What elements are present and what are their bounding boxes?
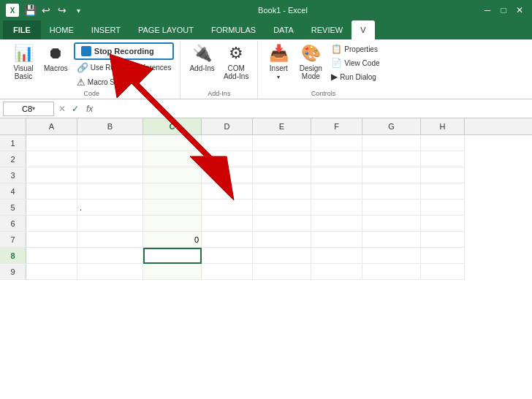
view-code-button[interactable]: 📄 View Code bbox=[328, 56, 382, 69]
cell-c2[interactable] bbox=[143, 151, 202, 167]
formula-cancel-button[interactable]: ✕ bbox=[57, 104, 67, 114]
cell-f2[interactable] bbox=[311, 151, 362, 167]
visual-basic-button[interactable]: 📊 VisualBasic bbox=[9, 42, 38, 82]
cell-a6[interactable] bbox=[26, 216, 77, 232]
cell-a8[interactable] bbox=[26, 248, 77, 264]
cell-a9[interactable] bbox=[26, 264, 77, 280]
cell-a7[interactable] bbox=[26, 232, 77, 248]
row-header-3[interactable]: 3 bbox=[0, 167, 26, 183]
tab-review[interactable]: REVIEW bbox=[303, 20, 352, 39]
cell-g7[interactable] bbox=[362, 232, 421, 248]
cell-g6[interactable] bbox=[362, 216, 421, 232]
cell-h7[interactable] bbox=[421, 232, 465, 248]
cell-e3[interactable] bbox=[253, 167, 311, 183]
cell-g3[interactable] bbox=[362, 167, 421, 183]
cell-c9[interactable] bbox=[143, 264, 202, 280]
col-header-f[interactable]: F bbox=[311, 118, 362, 134]
cell-f5[interactable] bbox=[311, 200, 362, 216]
tab-insert[interactable]: INSERT bbox=[83, 20, 129, 39]
name-box[interactable]: C8 ▾ bbox=[3, 102, 54, 116]
cell-e1[interactable] bbox=[253, 135, 311, 151]
cell-b4[interactable] bbox=[77, 183, 143, 200]
macro-security-button[interactable]: ⚠ Macro Se... bbox=[74, 75, 175, 89]
cell-a1[interactable] bbox=[26, 135, 77, 151]
cell-b9[interactable] bbox=[77, 264, 143, 280]
tab-page-layout[interactable]: PAGE LAYOUT bbox=[129, 20, 202, 39]
cell-e7[interactable] bbox=[253, 232, 311, 248]
cell-h4[interactable] bbox=[421, 183, 465, 200]
properties-button[interactable]: 📋 Properties bbox=[328, 42, 382, 56]
formula-confirm-button[interactable]: ✓ bbox=[70, 104, 80, 114]
cell-b3[interactable] bbox=[77, 167, 143, 183]
addins-button[interactable]: 🔌 Add-Ins bbox=[186, 42, 217, 74]
stop-recording-button[interactable]: Stop Recording bbox=[74, 42, 175, 60]
cell-g2[interactable] bbox=[362, 151, 421, 167]
run-dialog-button[interactable]: ▶ Run Dialog bbox=[328, 70, 382, 83]
macros-button[interactable]: ⏺ Macros bbox=[41, 42, 71, 74]
row-header-1[interactable]: 1 bbox=[0, 135, 26, 151]
more-button[interactable]: ▾ bbox=[72, 4, 85, 17]
cell-d1[interactable] bbox=[202, 135, 253, 151]
cell-d4[interactable] bbox=[202, 183, 253, 200]
cell-d3[interactable] bbox=[202, 167, 253, 183]
cell-f1[interactable] bbox=[311, 135, 362, 151]
maximize-button[interactable]: □ bbox=[497, 4, 510, 16]
cell-f3[interactable] bbox=[311, 167, 362, 183]
row-header-7[interactable]: 7 bbox=[0, 232, 26, 248]
cell-e8[interactable] bbox=[253, 248, 311, 264]
design-mode-button[interactable]: 🎨 DesignMode bbox=[296, 42, 325, 82]
cell-f9[interactable] bbox=[311, 264, 362, 280]
cell-h5[interactable] bbox=[421, 200, 465, 216]
tab-developer[interactable]: V bbox=[352, 20, 374, 39]
cell-h3[interactable] bbox=[421, 167, 465, 183]
minimize-button[interactable]: ─ bbox=[481, 4, 494, 16]
col-header-b[interactable]: B bbox=[77, 118, 143, 134]
cell-f7[interactable] bbox=[311, 232, 362, 248]
cell-e4[interactable] bbox=[253, 183, 311, 200]
row-header-5[interactable]: 5 bbox=[0, 200, 26, 216]
use-relative-refs-button[interactable]: 🔗 Use Relative References bbox=[74, 61, 175, 75]
cell-h2[interactable] bbox=[421, 151, 465, 167]
cell-e5[interactable] bbox=[253, 200, 311, 216]
cell-a2[interactable] bbox=[26, 151, 77, 167]
cell-h9[interactable] bbox=[421, 264, 465, 280]
cell-a4[interactable] bbox=[26, 183, 77, 200]
cell-c8[interactable] bbox=[143, 248, 202, 264]
redo-button[interactable]: ↪ bbox=[56, 4, 69, 17]
cell-f8[interactable] bbox=[311, 248, 362, 264]
cell-g1[interactable] bbox=[362, 135, 421, 151]
cell-e6[interactable] bbox=[253, 216, 311, 232]
col-header-a[interactable]: A bbox=[26, 118, 77, 134]
cell-a5[interactable] bbox=[26, 200, 77, 216]
cell-d7[interactable] bbox=[202, 232, 253, 248]
cell-g5[interactable] bbox=[362, 200, 421, 216]
cell-b1[interactable] bbox=[77, 135, 143, 151]
tab-formulas[interactable]: FORMULAS bbox=[202, 20, 265, 39]
row-header-9[interactable]: 9 bbox=[0, 264, 26, 280]
cell-d9[interactable] bbox=[202, 264, 253, 280]
cell-b8[interactable] bbox=[77, 248, 143, 264]
cell-d2[interactable] bbox=[202, 151, 253, 167]
tab-home[interactable]: HOME bbox=[41, 20, 83, 39]
close-button[interactable]: ✕ bbox=[513, 4, 526, 16]
cell-a3[interactable] bbox=[26, 167, 77, 183]
col-header-c[interactable]: C bbox=[143, 118, 202, 134]
cell-d6[interactable] bbox=[202, 216, 253, 232]
cell-c5[interactable] bbox=[143, 200, 202, 216]
cell-c4[interactable] bbox=[143, 183, 202, 200]
row-header-4[interactable]: 4 bbox=[0, 183, 26, 200]
cell-g8[interactable] bbox=[362, 248, 421, 264]
col-header-e[interactable]: E bbox=[253, 118, 311, 134]
cell-g4[interactable] bbox=[362, 183, 421, 200]
tab-data[interactable]: DATA bbox=[265, 20, 303, 39]
cell-h8[interactable] bbox=[421, 248, 465, 264]
cell-h1[interactable] bbox=[421, 135, 465, 151]
com-addins-button[interactable]: ⚙ COMAdd-Ins bbox=[221, 42, 251, 82]
name-box-dropdown[interactable]: ▾ bbox=[32, 105, 35, 112]
cell-f4[interactable] bbox=[311, 183, 362, 200]
cell-h6[interactable] bbox=[421, 216, 465, 232]
cell-b7[interactable] bbox=[77, 232, 143, 248]
insert-control-button[interactable]: 📥 Insert▾ bbox=[264, 42, 293, 82]
cell-d5[interactable] bbox=[202, 200, 253, 216]
fx-button[interactable]: fx bbox=[83, 104, 96, 114]
